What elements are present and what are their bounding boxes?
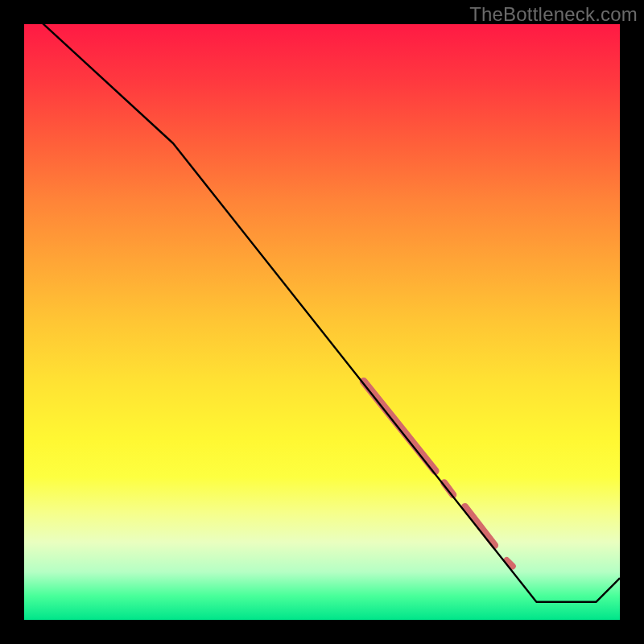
chart-plot-area — [24, 24, 620, 620]
watermark-text: TheBottleneck.com — [469, 3, 638, 26]
